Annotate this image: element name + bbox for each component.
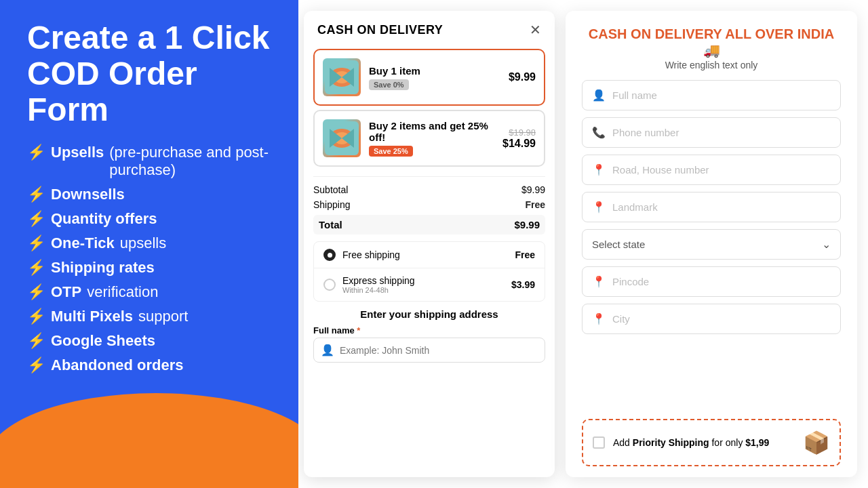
modal-title: CASH ON DELIVERY [317, 23, 443, 37]
shipping-name-free: Free shipping [342, 249, 508, 260]
feature-list: ⚡Upsells(pre-purchase and post-purchase)… [27, 144, 271, 374]
feature-bold-quantity: Quantity offers [51, 210, 157, 228]
right-header: CASH ON DELIVERY ALL OVER INDIA 🚚 Write … [582, 26, 841, 70]
field-placeholder-city: City [612, 313, 630, 325]
shipping-label: Shipping [313, 199, 351, 210]
shipping-sublabel-express: Within 24-48h [342, 286, 505, 294]
priority-checkbox[interactable] [593, 436, 605, 449]
save-badge-p1: Save 0% [369, 79, 409, 90]
product-name-p1: Buy 1 item [369, 65, 500, 77]
cod-modal: CASH ON DELIVERY ✕ Buy 1 item Save 0% $9… [304, 11, 555, 477]
right-panel: CASH ON DELIVERY ALL OVER INDIA 🚚 Write … [566, 11, 857, 477]
feature-bold-abandoned: Abandoned orders [51, 357, 184, 374]
bolt-icon: ⚡ [27, 332, 45, 350]
shipping-price-free: Free [515, 249, 535, 260]
close-button[interactable]: ✕ [530, 22, 541, 38]
priority-text: Add Priority Shipping for only $1,99 [613, 437, 795, 448]
feature-item-upsells: ⚡Upsells(pre-purchase and post-purchase) [27, 144, 271, 179]
product-info-p2: Buy 2 items and get 25% off! Save 25% [369, 120, 494, 157]
field-placeholder-phone: Phone number [612, 127, 679, 138]
form-field-landmark[interactable]: 📍 Landmark [582, 192, 841, 222]
feature-normal-otp: verification [87, 283, 158, 301]
full-name-input[interactable] [340, 345, 538, 356]
feature-item-abandoned: ⚡Abandoned orders [27, 357, 271, 374]
product-price-p1: $9.99 [509, 71, 536, 83]
feature-bold-downsells: Downsells [51, 186, 125, 203]
feature-normal-onetick: upsells [120, 235, 166, 252]
feature-item-shipping: ⚡Shipping rates [27, 259, 271, 277]
shipping-row: Shipping Free [313, 197, 545, 212]
bolt-icon: ⚡ [27, 186, 45, 203]
product-card-p2[interactable]: Buy 2 items and get 25% off! Save 25% $1… [313, 110, 545, 167]
field-placeholder-pincode: Pincode [612, 276, 649, 287]
feature-item-sheets: ⚡Google Sheets [27, 332, 271, 350]
subtotal-value: $9.99 [521, 184, 545, 195]
chevron-down-icon: ⌄ [822, 238, 831, 251]
product-name-p2: Buy 2 items and get 25% off! [369, 120, 494, 143]
field-icon-full-name: 👤 [592, 89, 606, 102]
full-name-label: Full name * [313, 325, 545, 336]
feature-item-quantity: ⚡Quantity offers [27, 210, 271, 228]
subtotal-label: Subtotal [313, 184, 348, 195]
shipping-label-free: Free shipping [342, 249, 508, 260]
subtotal-row: Subtotal $9.99 [313, 182, 545, 197]
field-icon-landmark: 📍 [592, 201, 606, 214]
form-field-full-name[interactable]: 👤 Full name [582, 80, 841, 110]
bolt-icon: ⚡ [27, 259, 45, 277]
person-icon: 👤 [321, 344, 334, 357]
form-field-pincode[interactable]: 📍 Pincode [582, 266, 841, 297]
bolt-icon: ⚡ [27, 144, 45, 161]
bolt-icon: ⚡ [27, 283, 45, 301]
address-section: Enter your shipping address Full name * … [313, 308, 545, 363]
feature-bold-shipping: Shipping rates [51, 259, 155, 277]
total-label: Total [319, 219, 342, 230]
bolt-icon: ⚡ [27, 308, 45, 325]
field-placeholder-road: Road, House number [612, 164, 709, 176]
feature-item-onetick: ⚡One-Tickupsells [27, 235, 271, 252]
feature-item-pixels: ⚡Multi Pixelssupport [27, 308, 271, 325]
form-field-phone[interactable]: 📞 Phone number [582, 117, 841, 148]
feature-bold-upsells: Upsells [51, 144, 104, 161]
feature-item-otp: ⚡OTPverification [27, 283, 271, 301]
feature-normal-upsells: (pre-purchase and post-purchase) [109, 144, 271, 179]
shipping-options: Free shipping Free Express shipping With… [313, 241, 545, 302]
radio-express [323, 279, 336, 291]
main-title: Create a 1 Click COD Order Form [27, 20, 271, 127]
full-name-input-row[interactable]: 👤 [313, 338, 545, 363]
product-image-p2 [323, 119, 361, 157]
bolt-icon: ⚡ [27, 210, 45, 228]
modal-header: CASH ON DELIVERY ✕ [304, 11, 555, 45]
shipping-value: Free [525, 199, 545, 210]
product-card-p1[interactable]: Buy 1 item Save 0% $9.99 [313, 49, 545, 106]
priority-label-post: for only [711, 437, 745, 448]
left-panel: Create a 1 Click COD Order Form ⚡Upsells… [0, 0, 298, 488]
field-icon-pincode: 📍 [592, 275, 606, 288]
shipping-option-free[interactable]: Free shipping Free [314, 242, 545, 268]
bolt-icon: ⚡ [27, 357, 45, 374]
feature-item-downsells: ⚡Downsells [27, 186, 271, 203]
radio-free [323, 249, 336, 261]
priority-label-price: $1,99 [745, 437, 769, 448]
field-placeholder-full-name: Full name [612, 89, 657, 101]
shipping-name-express: Express shipping [342, 275, 505, 286]
product-price-p2: $19.98 $14.99 [502, 127, 536, 150]
priority-label-bold: Priority Shipping [633, 437, 709, 448]
total-value: $9.99 [514, 219, 540, 230]
form-field-road[interactable]: 📍 Road, House number [582, 155, 841, 185]
shipping-option-express[interactable]: Express shipping Within 24-48h $3.99 [314, 268, 545, 301]
state-select[interactable]: Select state ⌄ [582, 229, 841, 260]
field-placeholder-landmark: Landmark [612, 201, 658, 213]
product-image-p1 [323, 58, 361, 96]
right-header-sub: Write english text only [582, 60, 841, 70]
state-select-text: Select state [592, 239, 822, 250]
save-badge-p2: Save 25% [369, 146, 413, 157]
bolt-icon: ⚡ [27, 235, 45, 252]
field-icon-phone: 📞 [592, 126, 606, 139]
feature-bold-sheets: Google Sheets [51, 332, 155, 350]
field-icon-road: 📍 [592, 163, 606, 176]
total-row: Total $9.99 [313, 215, 545, 235]
priority-shipping-box: Add Priority Shipping for only $1,99 📦 [582, 419, 841, 466]
feature-bold-otp: OTP [51, 283, 81, 301]
feature-normal-pixels: support [138, 308, 188, 325]
form-field-city[interactable]: 📍 City [582, 304, 841, 334]
